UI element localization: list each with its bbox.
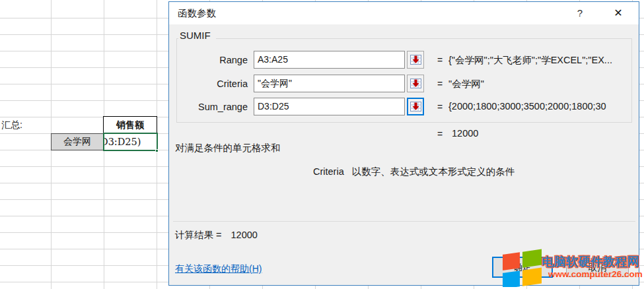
dialog-help-icon[interactable]: ? xyxy=(570,5,590,22)
sum-range-result: {2000;1800;3000;3500;2000;1800;30 xyxy=(448,101,631,112)
range-result: {"会学网";"大飞老师";"学EXCEL";"EX... xyxy=(448,54,631,67)
calc-result-row: 计算结果 =12000 xyxy=(175,229,258,241)
cell-site-name[interactable]: 会学网 xyxy=(51,133,104,150)
excel-screen: 汇总: 销售额 会学网 D3:D25) 函数参数 ? ✕ SUMIF Range… xyxy=(0,0,644,289)
parameter-name: Criteria xyxy=(313,166,344,177)
criteria-equals: = xyxy=(437,79,443,89)
range-selector-icon xyxy=(410,79,421,88)
function-name-label: SUMIF xyxy=(178,30,216,41)
criteria-picker-button[interactable] xyxy=(407,75,424,92)
function-description: 对满足条件的单元格求和 xyxy=(175,142,281,154)
sum-range-label: Sum_range xyxy=(181,102,248,112)
sum-range-input[interactable]: D3:D25 xyxy=(254,98,405,115)
cell-summary-label[interactable]: 汇总: xyxy=(1,119,22,131)
range-picker-button[interactable] xyxy=(407,51,424,69)
calc-result-value: 12000 xyxy=(231,230,258,240)
cancel-button[interactable]: 取消 xyxy=(566,258,629,277)
sum-range-equals: = xyxy=(437,102,443,112)
cell-sales-header[interactable]: 销售额 xyxy=(103,116,157,134)
dialog-titlebar[interactable]: 函数参数 xyxy=(169,2,639,24)
dialog-title: 函数参数 xyxy=(178,7,216,20)
parameter-description: 以数字、表达式或文本形式定义的条件 xyxy=(352,166,515,177)
fill-handle[interactable] xyxy=(155,149,159,152)
formula-tail-text: D3:D25) xyxy=(104,137,141,147)
close-icon[interactable]: ✕ xyxy=(608,5,628,22)
function-arguments-dialog: 函数参数 ? ✕ SUMIF Range A3:A25 = {"会学网";"大飞… xyxy=(168,1,639,286)
parameter-help: Criteria以数字、表达式或文本形式定义的条件 xyxy=(313,166,515,178)
calc-result-label: 计算结果 = xyxy=(175,230,222,240)
function-help-link[interactable]: 有关该函数的帮助(H) xyxy=(175,263,262,275)
criteria-result: "会学网" xyxy=(448,78,631,90)
range-label: Range xyxy=(181,55,248,65)
criteria-label: Criteria xyxy=(181,79,248,89)
criteria-input[interactable]: "会学网" xyxy=(254,75,405,92)
bottom-separator xyxy=(173,221,635,222)
formula-result-equals: = xyxy=(437,129,443,139)
ok-button[interactable]: 确定 xyxy=(492,257,553,278)
sum-range-picker-button[interactable] xyxy=(407,98,424,115)
range-selector-icon xyxy=(410,102,421,112)
range-input[interactable]: A3:A25 xyxy=(254,51,405,69)
active-cell-formula[interactable]: D3:D25) xyxy=(103,133,158,151)
formula-result-value: 12000 xyxy=(452,128,478,139)
range-selector-icon xyxy=(410,55,421,65)
range-equals: = xyxy=(437,55,443,65)
